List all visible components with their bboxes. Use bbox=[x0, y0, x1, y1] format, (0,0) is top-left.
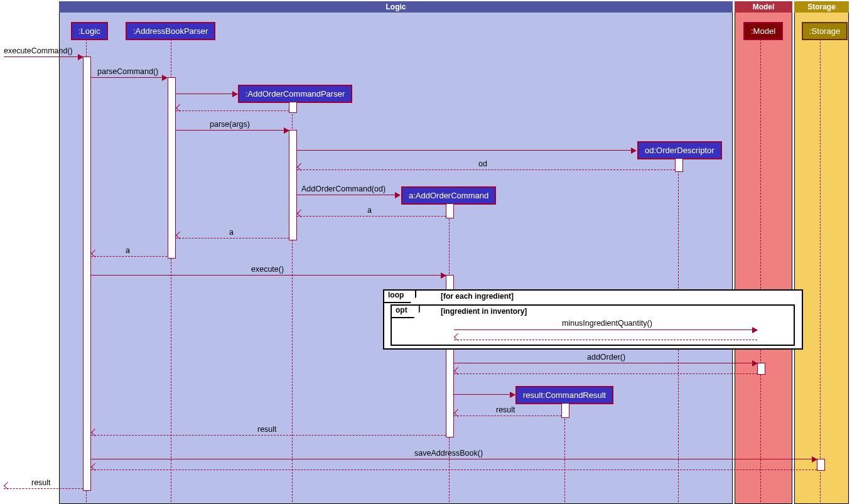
msg-label: result bbox=[496, 405, 515, 414]
sequence-diagram: Logic Model Storage :Logic :AddressBookP… bbox=[0, 0, 852, 504]
msg-label: a bbox=[126, 246, 130, 255]
lifeline-dash bbox=[760, 39, 761, 502]
frame-opt-guard: [ingredient in inventory] bbox=[441, 307, 527, 316]
msg-label: AddOrderCommand(od) bbox=[301, 185, 386, 193]
lifeline-addordercommand: a:AddOrderCommand bbox=[401, 186, 496, 205]
msg-label: parse(args) bbox=[210, 120, 250, 129]
msg-label: addOrder() bbox=[587, 353, 625, 362]
msg-return bbox=[297, 169, 675, 170]
msg-label: saveAddressBook() bbox=[414, 449, 483, 458]
msg-label: execute() bbox=[251, 265, 284, 274]
msg-arrow bbox=[91, 459, 817, 459]
activation bbox=[757, 363, 765, 375]
package-model: Model bbox=[735, 1, 792, 504]
msg-arrow bbox=[454, 330, 757, 330]
msg-return bbox=[454, 373, 757, 374]
msg-arrow bbox=[176, 94, 237, 94]
lifeline-logic: :Logic bbox=[71, 22, 108, 40]
lifeline-storage: :Storage bbox=[802, 22, 848, 40]
activation bbox=[675, 158, 683, 172]
package-storage-title: Storage bbox=[794, 1, 849, 13]
msg-arrow bbox=[91, 275, 446, 276]
lifeline-parser: :AddressBookParser bbox=[126, 22, 215, 40]
msg-return bbox=[91, 469, 817, 470]
msg-return bbox=[91, 435, 446, 436]
lifeline-model: :Model bbox=[743, 22, 783, 40]
msg-label: a bbox=[367, 206, 372, 215]
msg-return bbox=[176, 110, 289, 111]
msg-arrow bbox=[4, 56, 83, 57]
frame-loop-tag: loop bbox=[384, 291, 416, 303]
activation bbox=[168, 77, 176, 259]
msg-label: a bbox=[229, 228, 234, 237]
msg-arrow bbox=[91, 77, 167, 78]
msg-return bbox=[176, 238, 289, 239]
msg-arrow bbox=[454, 394, 515, 395]
msg-arrow bbox=[176, 130, 289, 131]
msg-label: minusIngredientQuantity() bbox=[562, 319, 652, 328]
msg-return bbox=[297, 216, 446, 217]
msg-arrow bbox=[297, 150, 636, 151]
activation bbox=[561, 403, 569, 418]
lifeline-commandresult: result:CommandResult bbox=[515, 386, 613, 404]
activation bbox=[289, 102, 297, 113]
msg-return bbox=[4, 488, 83, 489]
package-model-title: Model bbox=[735, 1, 792, 13]
package-logic-title: Logic bbox=[59, 1, 733, 13]
lifeline-orderdescriptor: od:OrderDescriptor bbox=[637, 141, 722, 159]
msg-arrow bbox=[297, 195, 400, 195]
msg-return bbox=[91, 256, 167, 257]
lifeline-dash bbox=[820, 39, 821, 502]
msg-return bbox=[454, 340, 757, 340]
frame-opt-tag: opt bbox=[392, 306, 420, 318]
msg-return bbox=[454, 416, 561, 416]
package-storage: Storage bbox=[794, 1, 849, 504]
msg-label: result bbox=[31, 478, 51, 487]
activation bbox=[83, 56, 91, 491]
msg-label: parseCommand() bbox=[97, 67, 158, 76]
msg-label: od bbox=[478, 159, 487, 168]
frame-loop-guard: [for each ingredient] bbox=[441, 292, 514, 301]
msg-label: executeCommand() bbox=[4, 46, 73, 55]
activation bbox=[817, 459, 825, 471]
activation bbox=[446, 203, 454, 218]
msg-label: result bbox=[257, 425, 277, 434]
lifeline-cmdparser: :AddOrderCommandParser bbox=[238, 85, 352, 103]
activation bbox=[289, 130, 297, 240]
msg-arrow bbox=[454, 363, 757, 363]
